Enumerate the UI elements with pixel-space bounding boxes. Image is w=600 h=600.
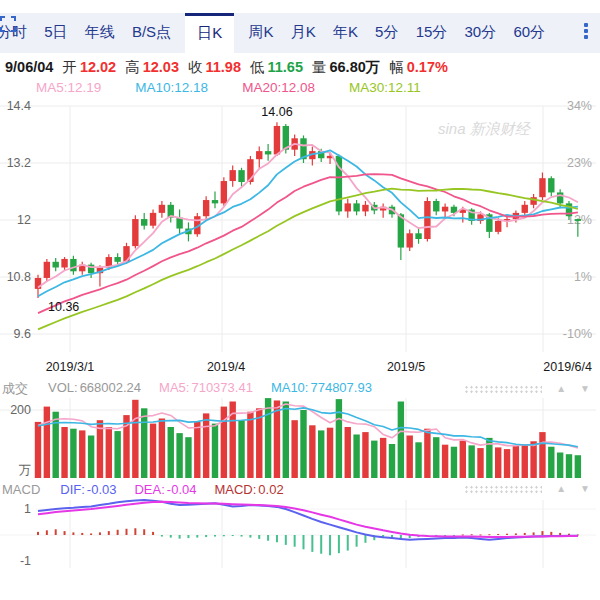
macd-hist-bar bbox=[179, 535, 181, 539]
volume-bar bbox=[575, 455, 581, 478]
macd-hist-bar bbox=[347, 535, 349, 551]
drag-dots-icon[interactable] bbox=[464, 485, 542, 494]
candle-body bbox=[150, 213, 156, 226]
candle-body bbox=[70, 259, 76, 271]
macd-axis-bottom: -1 bbox=[20, 554, 31, 568]
drag-dots-icon[interactable] bbox=[464, 385, 542, 394]
macd-hist-bar bbox=[214, 535, 216, 537]
volume-resize-handle[interactable]: ▲ ▼ bbox=[464, 384, 590, 394]
candle-body bbox=[557, 192, 563, 203]
candle-body bbox=[362, 205, 368, 212]
pct-axis-label: 23% bbox=[567, 156, 592, 170]
macd-hist-bar bbox=[550, 532, 552, 535]
tab-2[interactable]: 年线 bbox=[82, 13, 118, 51]
price-axis-label: 12 bbox=[17, 213, 31, 227]
macd-hist-bar bbox=[205, 535, 207, 537]
candle-body bbox=[353, 203, 359, 211]
macd-hist-bar bbox=[320, 535, 322, 554]
macd-hist-bar bbox=[276, 535, 278, 542]
volume-bar bbox=[407, 436, 413, 479]
tab-7[interactable]: 年K bbox=[330, 13, 361, 51]
macd-hist-bar bbox=[64, 531, 66, 535]
legend-item: MA5:710373.41 bbox=[159, 380, 253, 398]
main-kline-chart[interactable]: 34%23%12%1%-10%14.413.21210.89.6sina 新浪财… bbox=[0, 100, 600, 358]
stock-chart-page: { "tabbar": { "tabs": ["分时","5日","年线","B… bbox=[0, 0, 600, 600]
volume-bar bbox=[398, 402, 404, 479]
candle-body bbox=[53, 262, 59, 268]
tab-8[interactable]: 5分 bbox=[372, 13, 401, 51]
volume-bar bbox=[114, 431, 120, 478]
date-label: 2019/6/4 bbox=[543, 360, 592, 374]
candle-body bbox=[230, 170, 236, 181]
price-axis-label: 10.8 bbox=[7, 270, 31, 284]
volume-bar bbox=[291, 420, 297, 478]
macd-hist-bar bbox=[303, 535, 305, 549]
legend-item: VOL:668002.24 bbox=[48, 380, 141, 398]
volume-bar bbox=[477, 448, 483, 478]
tab-11[interactable]: 60分 bbox=[510, 13, 548, 51]
candle-body bbox=[203, 200, 209, 216]
fullscreen-icon[interactable] bbox=[559, 13, 567, 35]
volume-bar bbox=[345, 427, 351, 478]
macd-hist-bar bbox=[497, 534, 499, 535]
volume-bar bbox=[451, 447, 457, 478]
volume-bar bbox=[530, 441, 536, 478]
collapse-down-icon[interactable]: ▼ bbox=[580, 384, 590, 394]
tab-10[interactable]: 30分 bbox=[462, 13, 500, 51]
price-axis-label: 13.2 bbox=[7, 156, 31, 170]
candle-body bbox=[522, 205, 528, 213]
legend-item: 收11.98 bbox=[188, 59, 241, 75]
volume-bar bbox=[336, 399, 342, 478]
volume-bar bbox=[566, 454, 572, 478]
volume-bar bbox=[79, 430, 85, 478]
macd-hist-bar bbox=[471, 534, 473, 535]
volume-bar bbox=[504, 449, 510, 478]
candle-body bbox=[141, 219, 147, 226]
kebab-menu-icon[interactable] bbox=[578, 13, 594, 49]
macd-resize-handle[interactable]: ▲ ▼ bbox=[464, 484, 590, 494]
volume-chart[interactable]: 200万 bbox=[0, 398, 600, 480]
candle-body bbox=[212, 200, 218, 203]
tab-3[interactable]: B/S点 bbox=[129, 13, 174, 51]
volume-bar bbox=[221, 407, 227, 478]
candle-body bbox=[221, 181, 227, 203]
macd-hist-bar bbox=[356, 535, 358, 547]
macd-hist-bar bbox=[258, 535, 260, 539]
sina-watermark: sina 新浪财经 bbox=[438, 120, 532, 137]
high-annotation: 14.06 bbox=[261, 105, 292, 119]
volume-bar bbox=[150, 424, 156, 478]
pct-axis-label: -10% bbox=[563, 327, 592, 341]
macd-hist-bar bbox=[338, 535, 340, 553]
volume-bar bbox=[106, 427, 112, 478]
legend-item: DIF:-0.03 bbox=[60, 482, 116, 497]
legend-item: MACD:0.02 bbox=[214, 482, 283, 497]
macd-hist-bar bbox=[108, 531, 110, 535]
tab-active-4[interactable]: 日K bbox=[185, 13, 234, 58]
expand-up-icon[interactable]: ▲ bbox=[556, 484, 566, 494]
candle-body bbox=[424, 201, 430, 239]
volume-bar bbox=[203, 413, 209, 478]
macd-hist-bar bbox=[196, 535, 198, 538]
candle-body bbox=[44, 262, 50, 278]
tab-5[interactable]: 周K bbox=[245, 13, 276, 51]
macd-hist-bar bbox=[117, 530, 119, 535]
macd-hist-bar bbox=[311, 535, 313, 552]
tab-9[interactable]: 15分 bbox=[413, 13, 451, 51]
macd-hist-bar bbox=[488, 534, 490, 535]
volume-bar bbox=[35, 422, 41, 478]
expand-up-icon[interactable]: ▲ bbox=[556, 384, 566, 394]
volume-bar bbox=[88, 436, 94, 479]
macd-chart[interactable]: 1-1 bbox=[0, 498, 600, 578]
pct-axis-label: 1% bbox=[574, 270, 592, 284]
volume-bar bbox=[53, 412, 59, 478]
tab-1[interactable]: 5日 bbox=[41, 13, 70, 51]
macd-hist-bar bbox=[126, 529, 128, 535]
macd-hist-bar bbox=[285, 535, 287, 545]
candle-body bbox=[238, 170, 244, 182]
candle-body bbox=[159, 205, 165, 213]
tab-6[interactable]: 月K bbox=[288, 13, 319, 51]
collapse-down-icon[interactable]: ▼ bbox=[580, 484, 590, 494]
volume-bar bbox=[318, 430, 324, 478]
volume-bar bbox=[283, 402, 289, 479]
macd-hist-bar bbox=[46, 530, 48, 535]
